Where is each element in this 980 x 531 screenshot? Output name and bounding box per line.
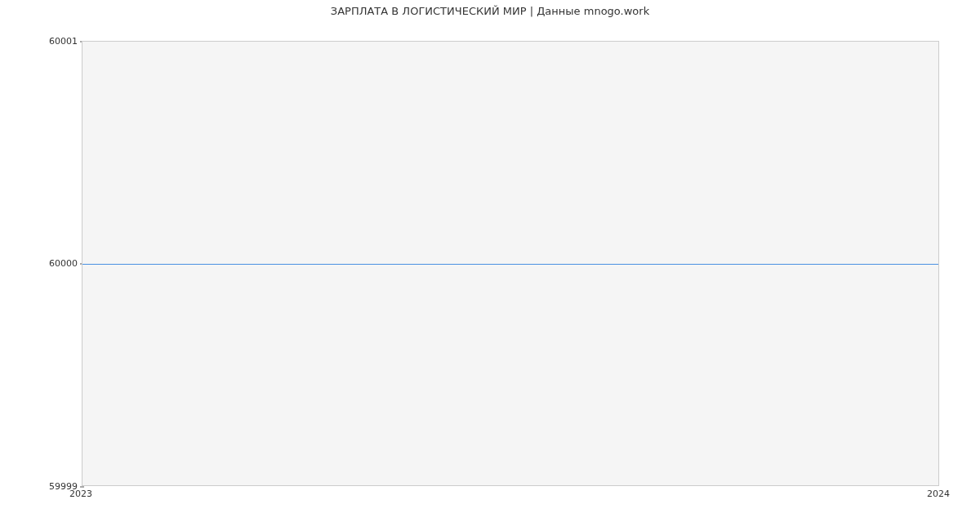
y-tick-label: 60000 bbox=[49, 258, 78, 269]
chart-container: ЗАРПЛАТА В ЛОГИСТИЧЕСКИЙ МИР | Данные mn… bbox=[0, 0, 980, 531]
y-tick-mark bbox=[80, 486, 84, 487]
data-line bbox=[82, 264, 938, 265]
y-tick-text: 60000 bbox=[49, 258, 78, 269]
y-tick-text: 60001 bbox=[49, 36, 78, 47]
x-tick-label: 2023 bbox=[69, 489, 92, 499]
chart-title: ЗАРПЛАТА В ЛОГИСТИЧЕСКИЙ МИР | Данные mn… bbox=[0, 5, 980, 17]
y-tick-label: 60001 bbox=[49, 36, 78, 47]
x-tick-label: 2024 bbox=[927, 489, 950, 499]
plot-area bbox=[82, 41, 939, 486]
